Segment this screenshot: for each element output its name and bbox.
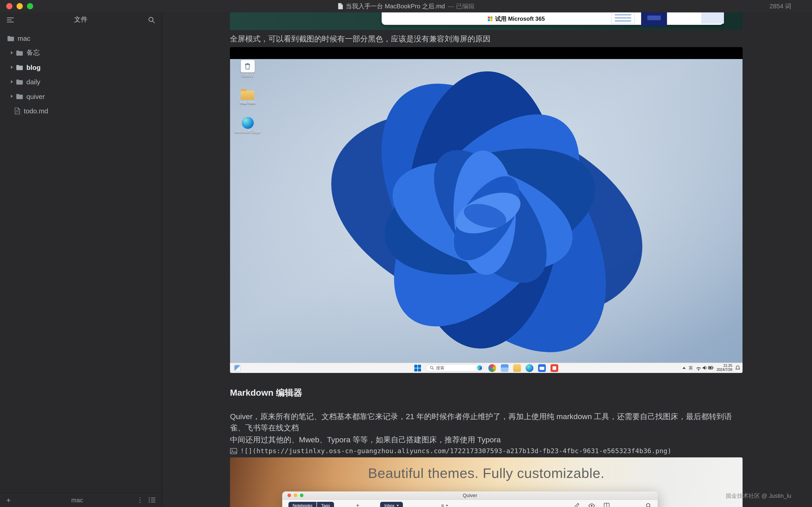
search-placeholder: 搜索 <box>436 365 475 371</box>
embedded-image-windows11[interactable]: 回收站 mac files Microsoft Edge <box>230 47 743 373</box>
fullscreen-button[interactable] <box>27 3 33 9</box>
sidebar-item-daily[interactable]: daily <box>0 74 161 89</box>
template-thumbnail <box>701 12 724 24</box>
edge-taskbar-icon <box>525 364 533 372</box>
desktop-icon-edge: Microsoft Edge <box>233 117 262 134</box>
outline-toggle-icon[interactable] <box>149 497 155 503</box>
folder-icon <box>7 36 14 41</box>
add-file-button[interactable]: + <box>6 496 18 504</box>
notification-bell-icon <box>735 365 740 371</box>
close-button <box>287 493 291 497</box>
heading-markdown-editor[interactable]: Markdown 编辑器 <box>230 387 743 399</box>
titlebar: 当我入手一台 MacBookPro 之后.md — 已编辑 2854 词 <box>0 0 812 12</box>
window-title: 当我入手一台 MacBookPro 之后.md — 已编辑 <box>338 2 474 11</box>
sidebar-header: 文件 <box>0 12 161 27</box>
quiver-toolbar-right <box>565 503 651 507</box>
inbox-dropdown: Inbox <box>380 502 403 507</box>
desktop-icon-mac-files: mac files <box>233 88 262 105</box>
minimize-button[interactable] <box>16 3 23 9</box>
chevron-down-icon <box>446 505 448 506</box>
notebooks-tags-segment: Notebooks Tags <box>289 502 334 507</box>
image-icon <box>230 448 237 454</box>
office-popup-panel: 试用 Microsoft 365 <box>382 12 723 25</box>
widgets-icon <box>234 364 241 371</box>
system-tray: 英 21:25 2024/ <box>682 363 740 373</box>
chevron-right-icon[interactable] <box>11 95 13 98</box>
date: 2024/7/28 <box>717 368 732 372</box>
app-window: 当我入手一台 MacBookPro 之后.md — 已编辑 2854 词 文件 … <box>0 0 812 507</box>
chevron-down-icon <box>397 505 399 506</box>
copilot-icon <box>488 364 496 372</box>
try-microsoft-365: 试用 Microsoft 365 <box>488 12 545 25</box>
paragraph-other-editors[interactable]: 中间还用过其他的、Mweb、Typora 等等，如果自己搭建图床，推荐使用 Ty… <box>230 434 743 446</box>
folder-app-icon <box>513 364 521 372</box>
ime-language-indicator: 英 <box>689 365 693 371</box>
document-title: 当我入手一台 MacBookPro 之后.md <box>346 2 445 11</box>
red-app-icon <box>551 364 558 372</box>
template-thumbnail <box>641 12 667 26</box>
quiver-toolbar: Notebooks Tags + Inbox ≡ <box>282 500 658 507</box>
windows-taskbar: 搜索 英 <box>230 362 743 373</box>
sidebar-item-blog[interactable]: blog <box>0 60 161 74</box>
image-url-text: ![](https://justinlxy.oss-cn-guangzhou.a… <box>240 446 671 457</box>
try-microsoft-365-label: 试用 Microsoft 365 <box>495 15 545 22</box>
notch-black-bar <box>230 47 743 59</box>
sidebar-item-mac[interactable]: mac <box>0 31 161 46</box>
chevron-right-icon[interactable] <box>11 51 13 54</box>
sort-menu: ≡ <box>441 503 448 507</box>
sidebar-item-label: blog <box>27 63 41 71</box>
tab-notebooks: Notebooks <box>289 502 317 507</box>
search-icon[interactable] <box>148 16 155 23</box>
edge-icon <box>242 117 254 129</box>
clock: 21:25 2024/7/28 <box>717 364 732 372</box>
network-volume-battery-icons <box>696 365 713 371</box>
markdown-image-link[interactable]: ![](https://justinlxy.oss-cn-guangzhou.a… <box>230 446 743 457</box>
sidebar-footer: + mac ⋮ <box>0 493 161 507</box>
document-icon <box>338 3 343 9</box>
chevron-right-icon[interactable] <box>11 66 13 69</box>
close-button[interactable] <box>6 3 13 9</box>
embedded-image-office[interactable]: 试用 Microsoft 365 <box>230 12 743 30</box>
menu-icon: ≡ <box>441 503 444 507</box>
sidebar-item-todo-md[interactable]: todo.md <box>0 103 161 118</box>
folder-icon <box>16 50 23 56</box>
bing-icon <box>477 365 482 371</box>
edit-pencil-icon <box>574 503 579 507</box>
folder-icon <box>16 79 23 84</box>
quiver-window: Quiver Notebooks Tags + Inbox <box>282 491 658 507</box>
file-tree: mac 备忘 blog daily quiver <box>0 27 161 118</box>
file-sidebar: 文件 mac 备忘 blog daily <box>0 12 162 507</box>
time: 21:25 <box>723 364 732 368</box>
quiver-titlebar: Quiver <box>282 491 658 500</box>
document-body[interactable]: 试用 Microsoft 365 全屏模式，可以看到截图的时候有一部分黑色，应该… <box>230 12 743 507</box>
edited-badge: — 已编辑 <box>448 2 474 11</box>
minimize-button <box>294 493 297 497</box>
sidebar-item-label: daily <box>27 78 40 86</box>
sidebar-item-label: quiver <box>27 93 45 100</box>
breadcrumb[interactable]: mac <box>17 496 137 504</box>
desktop-icon-label: mac files <box>240 101 255 105</box>
paragraph-fullscreen[interactable]: 全屏模式，可以看到截图的时候有一部分黑色，应该是没有兼容刘海屏的原因 <box>230 33 743 45</box>
fullscreen-button <box>300 493 303 497</box>
windows-search-box: 搜索 <box>425 364 484 371</box>
traffic-lights <box>6 3 33 9</box>
search-icon <box>430 366 434 370</box>
editor-pane[interactable]: 试用 Microsoft 365 全屏模式，可以看到截图的时候有一部分黑色，应该… <box>163 12 812 507</box>
search-icon <box>646 503 651 507</box>
desktop-icon-label: Microsoft Edge <box>235 129 260 134</box>
windows-bloom-wallpaper <box>230 59 743 362</box>
preview-eye-icon <box>588 503 595 507</box>
sidebar-item-beiwang[interactable]: 备忘 <box>0 46 161 60</box>
windows-start-icon <box>414 364 421 371</box>
embedded-image-typora[interactable]: Beautiful themes. Fully customizable. Qu… <box>230 457 743 507</box>
windows-desktop: 回收站 mac files Microsoft Edge <box>230 59 743 362</box>
sidebar-toggle-icon[interactable] <box>7 17 14 22</box>
chevron-right-icon[interactable] <box>11 80 13 83</box>
paragraph-quiver[interactable]: Quiver，原来所有的笔记、文档基本都靠它来记录，21 年的时候作者停止维护了… <box>230 410 743 434</box>
sidebar-item-label: todo.md <box>24 107 48 114</box>
sidebar-item-quiver[interactable]: quiver <box>0 89 161 103</box>
desktop-icon-recycle-bin: 回收站 <box>233 60 262 77</box>
sidebar-item-label: mac <box>17 35 30 42</box>
more-options-button[interactable]: ⋮ <box>137 496 144 504</box>
folder-icon <box>16 64 23 70</box>
